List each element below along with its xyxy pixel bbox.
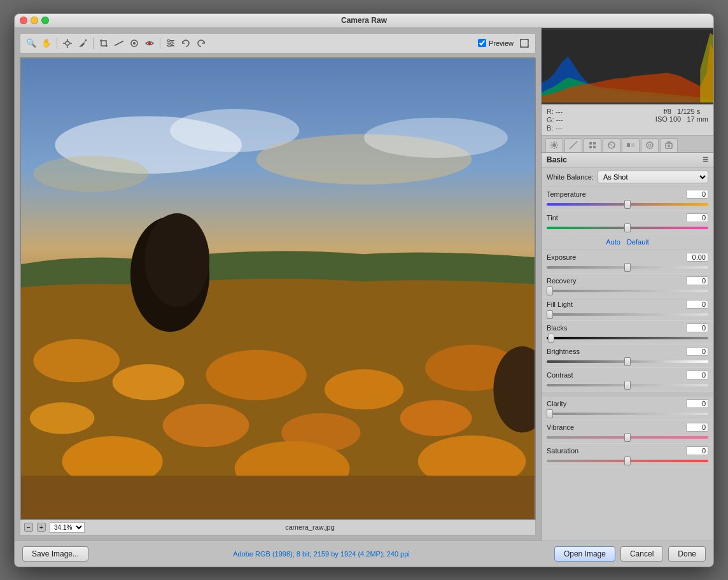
recovery-track[interactable] bbox=[547, 290, 708, 292]
blacks-value[interactable]: 0 bbox=[686, 323, 708, 332]
adjustments-panel[interactable]: Basic ☰ White Balance: As Shot Auto Dayl… bbox=[542, 153, 713, 541]
temperature-thumb[interactable] bbox=[624, 200, 631, 209]
fill-light-thumb[interactable] bbox=[547, 310, 553, 319]
preview-label[interactable]: Preview bbox=[489, 39, 514, 47]
status-text: Adobe RGB (1998); 8 bit; 2159 by 1924 (4… bbox=[94, 550, 549, 558]
svg-rect-51 bbox=[589, 146, 592, 148]
brightness-track[interactable] bbox=[547, 360, 708, 363]
white-balance-label: White Balance: bbox=[547, 173, 594, 181]
straighten-tool[interactable] bbox=[112, 36, 126, 50]
maximize-button[interactable] bbox=[41, 17, 49, 24]
zoom-tool[interactable]: 🔍 bbox=[24, 36, 38, 50]
fill-light-row: Fill Light 0 bbox=[542, 297, 713, 321]
contrast-track[interactable] bbox=[547, 384, 708, 386]
svg-point-59 bbox=[668, 145, 670, 147]
lens-corrections-tab[interactable] bbox=[641, 138, 659, 152]
zoom-in-button[interactable]: + bbox=[37, 523, 46, 532]
vibrance-header: Vibrance 0 bbox=[547, 423, 708, 432]
tint-slider[interactable] bbox=[547, 223, 708, 232]
vibrance-row: Vibrance 0 bbox=[542, 420, 713, 444]
clarity-value[interactable]: 0 bbox=[686, 399, 708, 408]
saturation-thumb[interactable] bbox=[624, 456, 631, 465]
svg-line-47 bbox=[556, 143, 557, 144]
auto-button[interactable]: Auto bbox=[606, 238, 620, 246]
panel-bottom-padding bbox=[542, 467, 713, 480]
image-canvas[interactable] bbox=[20, 57, 536, 520]
blacks-slider[interactable] bbox=[547, 334, 708, 343]
recovery-slider[interactable] bbox=[547, 286, 708, 295]
exposure-thumb[interactable] bbox=[624, 263, 631, 272]
open-preferences-tool[interactable] bbox=[164, 36, 178, 50]
save-image-button[interactable]: Save Image... bbox=[22, 546, 88, 562]
recovery-thumb[interactable] bbox=[547, 286, 553, 295]
svg-point-25 bbox=[206, 350, 307, 400]
brightness-value[interactable]: 0 bbox=[686, 347, 708, 356]
fill-light-value[interactable]: 0 bbox=[686, 300, 708, 309]
clarity-track[interactable] bbox=[547, 413, 708, 415]
fill-light-track[interactable] bbox=[547, 313, 708, 316]
default-button[interactable]: Default bbox=[627, 238, 649, 246]
brightness-thumb[interactable] bbox=[624, 357, 631, 366]
split-toning-tab[interactable] bbox=[622, 138, 640, 152]
clarity-slider[interactable] bbox=[547, 409, 708, 418]
tint-thumb[interactable] bbox=[624, 223, 631, 232]
hand-tool[interactable]: ✋ bbox=[39, 36, 53, 50]
redeye-tool[interactable] bbox=[143, 36, 157, 50]
open-image-button[interactable]: Open Image bbox=[554, 546, 615, 562]
hsl-tab[interactable] bbox=[603, 138, 620, 152]
close-button[interactable] bbox=[20, 17, 27, 24]
contrast-thumb[interactable] bbox=[624, 381, 631, 390]
color-sampler-tool[interactable] bbox=[76, 36, 90, 50]
exposure-row: Exposure 0.00 bbox=[542, 250, 713, 274]
preview-checkbox[interactable] bbox=[478, 39, 486, 47]
retouch-tool[interactable] bbox=[127, 36, 141, 50]
vibrance-slider[interactable] bbox=[547, 433, 708, 442]
rotate-ccw-tool[interactable] bbox=[179, 36, 193, 50]
exposure-slider[interactable] bbox=[547, 263, 708, 272]
contrast-slider[interactable] bbox=[547, 381, 708, 390]
saturation-value[interactable]: 0 bbox=[686, 446, 708, 455]
blacks-thumb[interactable] bbox=[548, 334, 554, 343]
rotate-cw-tool[interactable] bbox=[194, 36, 208, 50]
zoom-selector[interactable]: 34.1% 25% 50% 100% bbox=[50, 522, 85, 533]
camera-calibration-tab[interactable] bbox=[660, 138, 678, 152]
detail-tab[interactable] bbox=[584, 138, 601, 152]
minimize-button[interactable] bbox=[31, 17, 38, 24]
fill-light-slider[interactable] bbox=[547, 310, 708, 319]
saturation-slider[interactable] bbox=[547, 456, 708, 465]
preview-control[interactable]: Preview bbox=[478, 39, 514, 47]
section-menu-icon[interactable]: ☰ bbox=[703, 156, 708, 163]
full-screen-tool[interactable] bbox=[517, 36, 531, 50]
blacks-track[interactable] bbox=[547, 337, 708, 339]
crop-tool[interactable] bbox=[97, 36, 111, 50]
white-balance-select[interactable]: As Shot Auto Daylight Cloudy Shade Tungs… bbox=[598, 171, 708, 183]
g-value: --- bbox=[556, 116, 563, 124]
contrast-value[interactable]: 0 bbox=[686, 371, 708, 379]
svg-line-45 bbox=[552, 143, 553, 144]
panel-tabs bbox=[542, 136, 713, 153]
cancel-button[interactable]: Cancel bbox=[620, 546, 663, 562]
saturation-label: Saturation bbox=[547, 447, 578, 455]
b-label: B: bbox=[547, 124, 553, 132]
exposure-track[interactable] bbox=[547, 266, 708, 269]
basic-tab[interactable] bbox=[545, 138, 563, 152]
clarity-thumb[interactable] bbox=[547, 409, 553, 418]
recovery-value[interactable]: 0 bbox=[686, 276, 708, 285]
temperature-slider[interactable] bbox=[547, 200, 708, 209]
tone-curve-tab[interactable] bbox=[564, 138, 582, 152]
main-content: 🔍 ✋ bbox=[15, 28, 713, 541]
vibrance-thumb[interactable] bbox=[624, 433, 631, 442]
temperature-value[interactable]: 0 bbox=[686, 190, 708, 199]
vibrance-track[interactable] bbox=[547, 436, 708, 439]
done-button[interactable]: Done bbox=[668, 546, 706, 562]
zoom-out-button[interactable]: − bbox=[24, 523, 33, 532]
exposure-value[interactable]: 0.00 bbox=[686, 253, 708, 262]
tint-track[interactable] bbox=[547, 227, 708, 229]
tint-value[interactable]: 0 bbox=[686, 213, 708, 222]
saturation-track[interactable] bbox=[547, 460, 708, 462]
brightness-slider[interactable] bbox=[547, 357, 708, 366]
vibrance-value[interactable]: 0 bbox=[686, 423, 708, 432]
fill-light-label: Fill Light bbox=[547, 301, 573, 308]
temperature-track[interactable] bbox=[547, 203, 708, 206]
white-balance-tool[interactable] bbox=[60, 36, 74, 50]
